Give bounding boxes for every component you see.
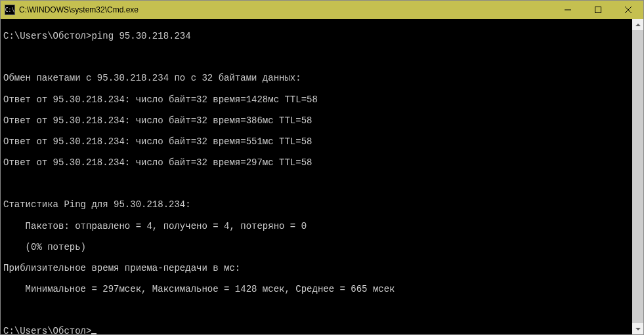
stats-rtt-line: Минимальное = 297мсек, Максимальное = 14… (3, 284, 630, 294)
prompt-text: C:\Users\Обстол> (3, 326, 91, 335)
reply-line: Ответ от 95.30.218.234: число байт=32 вр… (3, 157, 630, 168)
reply-line: Ответ от 95.30.218.234: число байт=32 вр… (3, 115, 630, 126)
scrollbar-track[interactable] (632, 30, 643, 323)
close-button[interactable] (613, 1, 643, 19)
reply-line: Ответ от 95.30.218.234: число байт=32 вр… (3, 94, 630, 105)
chevron-down-icon (635, 328, 641, 330)
svg-marker-4 (635, 24, 641, 26)
window-titlebar[interactable]: C:\ C:\WINDOWS\system32\Cmd.exe (1, 1, 643, 19)
reply-line: Ответ от 95.30.218.234: число байт=32 вр… (3, 136, 630, 147)
exchange-line: Обмен пакетами с 95.30.218.234 по с 32 б… (3, 73, 630, 83)
svg-marker-5 (635, 328, 641, 330)
stats-rtt-header-line: Приблизительное время приема-передачи в … (3, 263, 630, 273)
vertical-scrollbar[interactable] (632, 19, 643, 334)
minimize-button[interactable] (553, 1, 583, 19)
window-title: C:\WINDOWS\system32\Cmd.exe (19, 5, 553, 14)
blank-line (3, 52, 630, 62)
terminal-container: C:\Users\Обстол>ping 95.30.218.234 Обмен… (1, 19, 643, 334)
stats-header-line: Статистика Ping для 95.30.218.234: (3, 199, 630, 210)
blank-line (3, 305, 630, 315)
prompt-line: C:\Users\Обстол> (3, 326, 630, 335)
command-text: ping 95.30.218.234 (91, 31, 190, 41)
scroll-down-button[interactable] (632, 323, 643, 334)
command-line: C:\Users\Обстол>ping 95.30.218.234 (3, 31, 630, 41)
blank-line (3, 178, 630, 189)
terminal-output[interactable]: C:\Users\Обстол>ping 95.30.218.234 Обмен… (1, 19, 632, 334)
stats-packets-line: Пакетов: отправлено = 4, получено = 4, п… (3, 221, 630, 231)
maximize-button[interactable] (583, 1, 613, 19)
close-icon (625, 7, 632, 13)
window-controls (553, 1, 643, 19)
chevron-up-icon (635, 24, 641, 26)
prompt-text: C:\Users\Обстол> (3, 31, 91, 41)
cmd-icon: C:\ (5, 5, 15, 15)
minimize-icon (565, 7, 571, 13)
svg-rect-1 (595, 7, 601, 13)
maximize-icon (595, 7, 601, 13)
scroll-up-button[interactable] (632, 19, 643, 30)
scrollbar-thumb[interactable] (632, 30, 643, 323)
stats-loss-line: (0% потерь) (3, 242, 630, 252)
